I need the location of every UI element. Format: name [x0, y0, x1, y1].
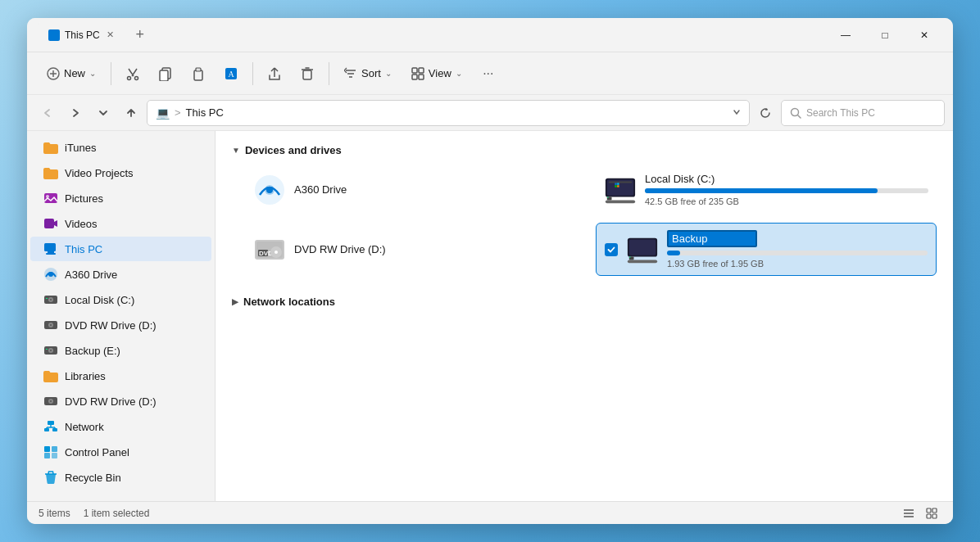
sidebar-label-dvd-d: DVD RW Drive (D:) [65, 319, 157, 332]
title-bar: This PC ✕ + — □ ✕ [27, 18, 953, 52]
svg-rect-78 [629, 256, 631, 257]
drive-item-dvd-d[interactable]: DVD DVD RW Drive (D:) [245, 223, 586, 276]
address-pc-icon: 💻 [156, 106, 170, 120]
svg-rect-76 [629, 239, 656, 255]
sidebar-label-backup-e: Backup (E:) [65, 345, 120, 357]
tab-icon [48, 29, 60, 41]
status-bar: 5 items 1 item selected [27, 501, 953, 524]
search-icon [790, 107, 801, 119]
network-section-header[interactable]: ▶ Network locations [232, 292, 937, 311]
sidebar-label-recycle-bin: Recycle Bin [65, 472, 121, 484]
svg-point-38 [50, 350, 52, 351]
devices-section-header[interactable]: ▼ Devices and drives [232, 144, 937, 156]
sidebar-item-a360[interactable]: A360 Drive [30, 262, 211, 287]
backup-name-input[interactable] [667, 230, 757, 247]
svg-rect-50 [44, 446, 50, 452]
share-button[interactable] [260, 59, 289, 88]
sidebar-item-backup-e[interactable]: Backup (E:) [30, 338, 211, 363]
copy-button[interactable] [151, 59, 180, 88]
drive-item-backup-e[interactable]: 1.93 GB free of 1.95 GB [596, 223, 937, 276]
grid-view-button[interactable] [922, 504, 941, 522]
more-button[interactable]: ··· [474, 59, 503, 88]
delete-button[interactable] [293, 59, 322, 88]
copy-icon [158, 66, 173, 81]
a360-drive-icon [253, 174, 286, 206]
sidebar-item-dvd-d2[interactable]: DVD RW Drive (D:) [30, 389, 211, 413]
sidebar-item-video-projects[interactable]: Video Projects [30, 160, 211, 185]
paste-button[interactable] [184, 59, 213, 88]
svg-rect-79 [628, 260, 657, 263]
content-area: ▼ Devices and drives [216, 131, 953, 501]
backup-bar-container [667, 251, 928, 255]
window: This PC ✕ + — □ ✕ New ⌄ [27, 18, 953, 524]
maximize-button[interactable]: □ [866, 22, 904, 48]
tab-this-pc[interactable]: This PC ✕ [37, 22, 125, 48]
close-button[interactable]: ✕ [905, 22, 943, 48]
svg-rect-16 [419, 68, 424, 73]
backup-checkbox[interactable] [605, 243, 618, 256]
pictures-icon [43, 191, 58, 206]
sidebar-item-libraries[interactable]: Libraries [30, 364, 211, 388]
drive-item-local-c[interactable]: Local Disk (C:) 42.5 GB free of 235 GB [596, 166, 937, 213]
list-view-button[interactable] [899, 504, 919, 522]
add-tab-button[interactable]: + [129, 24, 152, 47]
more-icon: ··· [483, 66, 493, 81]
svg-rect-45 [52, 428, 57, 431]
svg-rect-5 [194, 70, 202, 80]
dvd-drive-icon: DVD [253, 233, 286, 266]
local-c-drive-info: Local Disk (C:) 42.5 GB free of 235 GB [645, 173, 928, 206]
devices-section-title: Devices and drives [245, 144, 342, 156]
delete-icon [300, 66, 315, 81]
search-box[interactable]: Search This PC [781, 100, 945, 126]
drive-item-a360[interactable]: A360 Drive [245, 166, 586, 213]
back-button[interactable] [35, 101, 60, 125]
folder-icon [43, 165, 58, 180]
svg-rect-44 [44, 428, 49, 431]
sidebar-item-videos[interactable]: Videos [30, 211, 211, 236]
dvd2-icon [43, 394, 58, 409]
address-dropdown-button[interactable] [733, 106, 741, 119]
sidebar-item-local-c[interactable]: Local Disk (C:) [30, 287, 211, 312]
backup-space: 1.93 GB free of 1.95 GB [667, 259, 928, 269]
sidebar-label-pictures: Pictures [65, 192, 103, 205]
local-c-bar-fill [645, 188, 878, 193]
view-icon [411, 67, 424, 80]
tab-close-button[interactable]: ✕ [107, 29, 114, 40]
forward-button[interactable] [63, 101, 88, 125]
cut-button[interactable] [118, 59, 147, 88]
network-section-arrow: ▶ [232, 297, 238, 306]
control-panel-icon [43, 445, 58, 459]
svg-point-35 [50, 324, 52, 326]
minimize-button[interactable]: — [827, 22, 864, 48]
sidebar-item-network[interactable]: Network [30, 414, 211, 439]
local-c-bar-container [645, 188, 928, 193]
refresh-button[interactable] [753, 101, 778, 125]
nav-bar: 💻 > This PC Search This PC [27, 95, 953, 131]
status-right [899, 504, 941, 522]
network-section: ▶ Network locations [232, 292, 937, 311]
libraries-icon [43, 368, 58, 383]
svg-rect-43 [48, 421, 54, 425]
sidebar-item-itunes[interactable]: iTunes [30, 135, 211, 160]
sidebar-item-pictures[interactable]: Pictures [30, 186, 211, 210]
sidebar: iTunes Video Projects Pictures [27, 131, 216, 501]
backup-e-drive-info: 1.93 GB free of 1.95 GB [667, 230, 928, 269]
sidebar-item-dvd-d[interactable]: DVD RW Drive (D:) [30, 313, 211, 337]
rename-button[interactable]: A [216, 59, 246, 88]
dvd-icon [43, 318, 58, 332]
sidebar-item-recycle-bin[interactable]: Recycle Bin [30, 465, 211, 490]
view-button[interactable]: View ⌄ [403, 62, 470, 85]
up-button[interactable] [119, 101, 143, 125]
sort-button[interactable]: Sort ⌄ [336, 62, 400, 85]
items-count: 5 items [39, 508, 70, 519]
recent-locations-button[interactable] [91, 101, 116, 125]
backup-checkbox-area [605, 243, 618, 256]
address-path: This PC [186, 106, 224, 119]
sidebar-label-video-projects: Video Projects [65, 167, 134, 179]
sidebar-item-control-panel[interactable]: Control Panel [30, 440, 211, 464]
a360-drive-info: A360 Drive [294, 183, 578, 196]
address-bar[interactable]: 💻 > This PC [147, 100, 750, 126]
new-button[interactable]: New ⌄ [39, 62, 104, 85]
sidebar-label-control-panel: Control Panel [65, 446, 129, 458]
sidebar-item-this-pc[interactable]: This PC [30, 237, 211, 261]
